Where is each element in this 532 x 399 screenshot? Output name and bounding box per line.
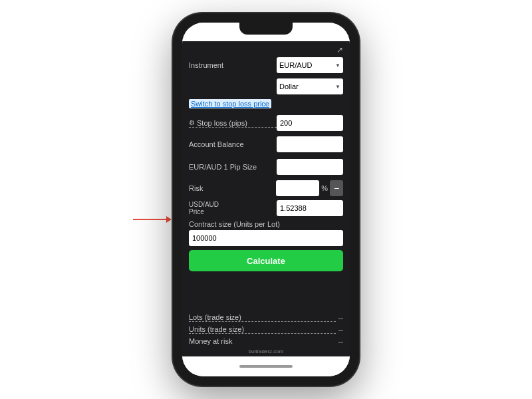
price-currency-label: USD/AUD xyxy=(189,201,277,208)
pip-size-label: EUR/AUD 1 Pip Size xyxy=(189,163,277,171)
money-at-risk-row: Money at risk -- xyxy=(189,337,343,345)
contract-size-row: Contract size (Units per Lot) xyxy=(189,220,343,246)
risk-label: Risk xyxy=(189,184,276,192)
phone-notch xyxy=(239,23,293,35)
money-at-risk-label: Money at risk xyxy=(189,337,338,345)
contract-size-label: Contract size (Units per Lot) xyxy=(189,220,343,228)
price-word-label: Price xyxy=(189,208,277,215)
lots-label: Lots (trade size) xyxy=(189,313,336,322)
gear-icon: ⚙ xyxy=(189,119,195,126)
price-row: USD/AUD Price xyxy=(189,200,343,216)
stop-loss-row: ⚙ Stop loss (pips) xyxy=(189,115,343,131)
calculate-button[interactable]: Calculate xyxy=(189,250,343,271)
units-row: Units (trade size) -- xyxy=(189,325,343,334)
units-label: Units (trade size) xyxy=(189,325,336,334)
percent-label: % xyxy=(321,184,328,192)
pip-size-row: EUR/AUD 1 Pip Size xyxy=(189,158,343,176)
instrument-select-wrapper: EUR/AUD EUR/USD GBP/USD ▼ xyxy=(277,57,343,73)
currency-row: Dollar Euro ▼ xyxy=(189,78,343,94)
instrument-select[interactable]: EUR/AUD EUR/USD GBP/USD xyxy=(277,57,343,73)
phone-screen: ↗ Instrument EUR/AUD EUR/USD GBP/USD ▼ xyxy=(182,23,350,376)
risk-input[interactable] xyxy=(276,180,319,196)
results-section: Lots (trade size) -- Units (trade size) … xyxy=(182,313,350,348)
pip-size-input[interactable] xyxy=(277,159,343,175)
stop-loss-label: ⚙ Stop loss (pips) xyxy=(189,119,277,128)
risk-row: Risk % − xyxy=(189,180,343,196)
currency-select-wrapper: Dollar Euro ▼ xyxy=(277,78,343,94)
account-balance-label: Account Balance xyxy=(189,140,277,148)
pointer-line xyxy=(133,219,166,220)
phone-device: ↗ Instrument EUR/AUD EUR/USD GBP/USD ▼ xyxy=(173,13,359,386)
form-section: Instrument EUR/AUD EUR/USD GBP/USD ▼ xyxy=(182,56,350,313)
risk-input-group: % − xyxy=(276,180,343,196)
price-input[interactable] xyxy=(277,200,343,216)
footer-url: bultraderz.com xyxy=(182,348,350,354)
bottom-bar xyxy=(182,356,350,376)
app-content: ↗ Instrument EUR/AUD EUR/USD GBP/USD ▼ xyxy=(182,41,350,356)
account-balance-input[interactable] xyxy=(277,136,343,152)
switch-to-stop-loss-link[interactable]: Switch to stop loss price xyxy=(189,99,271,108)
money-at-risk-value: -- xyxy=(338,337,343,345)
lots-row: Lots (trade size) -- xyxy=(189,313,343,322)
pointer-arrowhead xyxy=(166,216,172,223)
price-label-group: USD/AUD Price xyxy=(189,201,277,215)
lots-value: -- xyxy=(338,314,343,322)
units-value: -- xyxy=(338,326,343,334)
top-icon-row: ↗ xyxy=(182,41,350,56)
currency-select[interactable]: Dollar Euro xyxy=(277,78,343,94)
home-indicator xyxy=(239,365,293,368)
external-link-icon[interactable]: ↗ xyxy=(336,45,343,55)
minus-button[interactable]: − xyxy=(330,180,343,196)
instrument-row: Instrument EUR/AUD EUR/USD GBP/USD ▼ xyxy=(189,56,343,74)
stop-loss-input[interactable] xyxy=(277,115,343,131)
switch-link-container: Switch to stop loss price xyxy=(189,97,343,111)
instrument-label: Instrument xyxy=(189,61,277,69)
account-balance-row: Account Balance xyxy=(189,135,343,154)
contract-size-input[interactable] xyxy=(189,230,343,246)
